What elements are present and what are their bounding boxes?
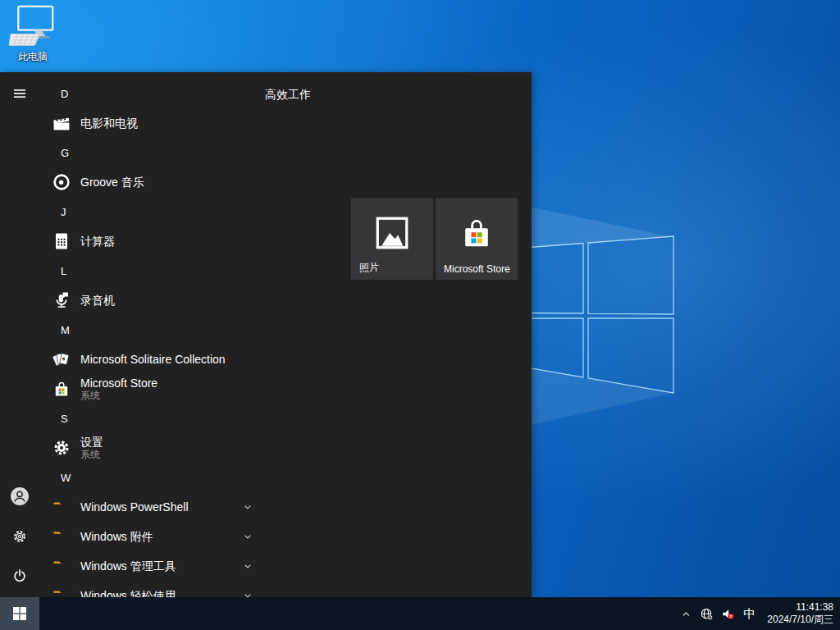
globe-no-internet-icon bbox=[700, 607, 714, 621]
windows-flag-icon bbox=[13, 607, 26, 620]
tile-group-title[interactable]: 高效工作 bbox=[265, 88, 311, 103]
power-icon bbox=[11, 568, 28, 587]
computer-icon bbox=[8, 5, 57, 49]
app-section-header-D[interactable]: D bbox=[39, 79, 264, 108]
app-item-microsoft-store[interactable]: Microsoft Store系统 bbox=[39, 374, 264, 404]
volume-button[interactable] bbox=[721, 607, 735, 621]
chevron-up-icon bbox=[680, 608, 692, 620]
start-button[interactable] bbox=[0, 597, 39, 630]
app-item-groove-music[interactable]: Groove 音乐 bbox=[39, 167, 264, 197]
app-item-solitaire-collection[interactable]: Microsoft Solitaire Collection bbox=[39, 345, 264, 374]
taskbar: 中 11:41:38 2024/7/10/周三 bbox=[0, 597, 840, 630]
tile-area: 高效工作 照片Microsoft Store bbox=[262, 72, 532, 597]
chevron-down-icon bbox=[241, 559, 254, 573]
ime-indicator[interactable]: 中 bbox=[742, 597, 756, 630]
photos-icon bbox=[351, 214, 433, 252]
app-item-calculator[interactable]: 计算器 bbox=[39, 226, 264, 256]
desktop-icon-label: 此电脑 bbox=[6, 50, 60, 64]
solitaire-icon bbox=[49, 349, 74, 369]
app-item-settings[interactable]: 设置系统 bbox=[39, 433, 264, 463]
rail-button-power[interactable] bbox=[0, 558, 39, 597]
app-section-header-L[interactable]: L bbox=[39, 256, 264, 285]
rail-button-menu[interactable] bbox=[0, 75, 39, 115]
folder-item-windows-admin-tools[interactable]: Windows 管理工具 bbox=[39, 551, 264, 581]
clock-date: 2024/7/10/周三 bbox=[767, 614, 833, 626]
movies-tv-icon bbox=[49, 113, 74, 133]
folder-icon bbox=[49, 586, 74, 597]
desktop-icon-this-pc[interactable]: 此电脑 bbox=[6, 5, 60, 64]
folder-icon bbox=[49, 527, 74, 546]
folder-icon bbox=[49, 556, 74, 576]
app-item-movies-tv[interactable]: 电影和电视 bbox=[39, 108, 264, 138]
store-icon bbox=[49, 379, 74, 399]
system-tray: 中 11:41:38 2024/7/10/周三 bbox=[680, 597, 840, 630]
store-icon bbox=[436, 214, 518, 252]
chevron-down-icon bbox=[241, 500, 254, 514]
speaker-muted-icon bbox=[721, 607, 735, 621]
tile-label: Microsoft Store bbox=[444, 263, 510, 275]
app-section-header-W[interactable]: W bbox=[39, 463, 264, 492]
desktop: 此电脑 D电影和电视GGroove 音乐J计算器L录音机MMicrosoft S… bbox=[0, 0, 840, 630]
gear-icon bbox=[11, 528, 28, 548]
folder-item-windows-accessories[interactable]: Windows 附件 bbox=[39, 522, 264, 551]
tile-photos[interactable]: 照片 bbox=[351, 198, 433, 280]
app-section-header-M[interactable]: M bbox=[39, 315, 264, 345]
settings-gear-icon bbox=[49, 438, 74, 458]
groove-music-icon bbox=[49, 172, 74, 192]
chevron-down-icon bbox=[241, 530, 254, 543]
start-menu-app-list: D电影和电视GGroove 音乐J计算器L录音机MMicrosoft Solit… bbox=[39, 72, 264, 597]
app-section-header-G[interactable]: G bbox=[39, 138, 264, 167]
network-status-button[interactable] bbox=[700, 607, 714, 621]
show-hidden-icons-button[interactable] bbox=[680, 608, 692, 620]
clock-time: 11:41:38 bbox=[767, 601, 833, 614]
folder-item-windows-powershell[interactable]: Windows PowerShell bbox=[39, 492, 264, 522]
rail-button-user[interactable] bbox=[0, 478, 39, 518]
folder-icon bbox=[49, 497, 74, 517]
hamburger-icon bbox=[11, 85, 28, 105]
voice-recorder-icon bbox=[49, 290, 74, 310]
tile-label: 照片 bbox=[359, 261, 379, 275]
start-menu: D电影和电视GGroove 音乐J计算器L录音机MMicrosoft Solit… bbox=[0, 72, 532, 597]
tile-microsoft-store[interactable]: Microsoft Store bbox=[436, 198, 518, 280]
app-section-header-J[interactable]: J bbox=[39, 197, 264, 226]
user-icon bbox=[10, 486, 30, 509]
folder-item-windows-ease-of-access[interactable]: Windows 轻松使用 bbox=[39, 581, 264, 597]
calculator-icon bbox=[49, 231, 74, 251]
app-item-voice-recorder[interactable]: 录音机 bbox=[39, 285, 264, 315]
app-section-header-S[interactable]: S bbox=[39, 404, 264, 433]
start-menu-rail bbox=[0, 72, 39, 597]
taskbar-clock[interactable]: 11:41:38 2024/7/10/周三 bbox=[764, 601, 833, 626]
chevron-down-icon bbox=[241, 589, 254, 597]
rail-button-settings[interactable] bbox=[0, 518, 39, 558]
